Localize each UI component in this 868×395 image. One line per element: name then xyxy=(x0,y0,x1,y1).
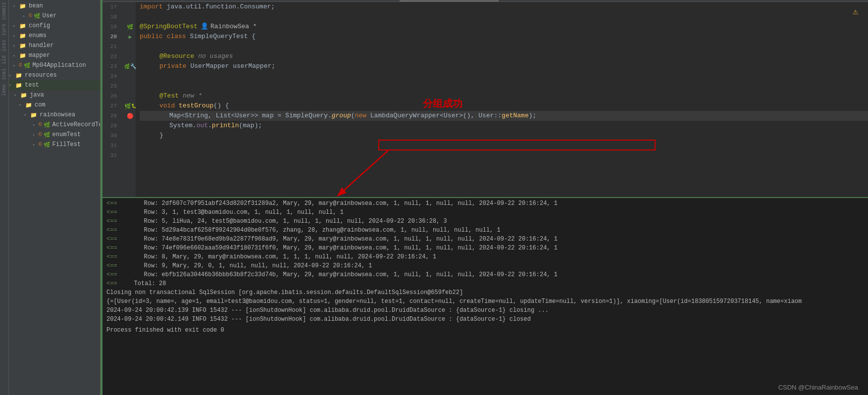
code-line-30: } xyxy=(140,131,868,141)
code-line-26: @Testnew * xyxy=(140,91,868,101)
label-config: config xyxy=(29,22,50,29)
label-commit[interactable]: commit xyxy=(1,2,7,20)
code-content[interactable]: 分组成功 import java.util.function.Consumer;… xyxy=(136,2,868,197)
label-com: com xyxy=(35,101,46,108)
gutter-31 xyxy=(125,141,136,150)
arrow-user: ▸ xyxy=(23,13,29,19)
tree-item-resources[interactable]: ▸ 📁 resources xyxy=(9,70,100,80)
java-icon-user: © xyxy=(29,13,32,19)
tree-item-config[interactable]: ▸ 📁 config xyxy=(9,21,100,31)
terminal-row-6: <== Row: 74ef096e6602aaa59d943f180731f6f… xyxy=(102,244,868,252)
gutter-29 xyxy=(125,121,136,131)
line-31: 31 xyxy=(102,141,121,150)
gutter-18 xyxy=(125,12,136,22)
code-line-17: import java.util.function.Consumer; xyxy=(140,2,868,12)
line-18: 18 xyxy=(102,12,121,22)
label-activerecord: ActiveRecordTest xyxy=(52,121,100,128)
arrow-test: ▾ xyxy=(9,83,15,88)
label-terminal[interactable]: inal xyxy=(1,68,7,80)
tree-item-rainbowsea[interactable]: ▾ 📁 rainbowsea xyxy=(9,110,100,120)
spring-icon-activerecord: 🌿 xyxy=(44,122,51,128)
terminal-closing: Closing non transactional SqlSession [or… xyxy=(102,288,868,297)
tree-item-bean[interactable]: ▾ 📁 bean xyxy=(9,1,100,11)
gutter-21 xyxy=(125,42,136,51)
label-build[interactable]: ild xyxy=(1,55,7,64)
gutter-27: 🌿🐛 xyxy=(125,101,136,111)
gutter-20[interactable]: ▶ xyxy=(125,32,136,42)
line-30: 30 xyxy=(102,131,121,141)
main-panel: ⚠ 17 18 19 20 21 22 23 24 25 26 27 28 29… xyxy=(102,0,868,395)
line-26: 26 xyxy=(102,91,121,101)
tree-item-filltest[interactable]: ▸ © 🌿 FillTest xyxy=(9,140,100,149)
arrow-mapper: ▸ xyxy=(13,53,19,58)
label-bean: bean xyxy=(29,2,43,9)
code-line-28: Map<String, List<User>> map = SimpleQuer… xyxy=(140,111,868,121)
tree-item-activerecord[interactable]: ▸ © 🌿 ActiveRecordTest xyxy=(9,120,100,130)
java-icon-mp04: © xyxy=(19,62,22,68)
label-filltest: FillTest xyxy=(52,141,81,148)
line-27: 27 xyxy=(102,101,121,111)
label-problems[interactable]: lems xyxy=(1,84,7,96)
folder-icon-handler: 📁 xyxy=(19,42,27,49)
terminal-row-7: <== Row: 8, Mary, 29, mary@rainbowsea.co… xyxy=(102,252,868,261)
terminal-row-4: <== Row: 5d29a4bcaf6258f99242904d0be0f57… xyxy=(102,226,868,235)
line-numbers: 17 18 19 20 21 22 23 24 25 26 27 28 29 3… xyxy=(102,2,125,197)
folder-icon-config: 📁 xyxy=(19,22,27,30)
spring-icon-mp04: 🌿 xyxy=(24,62,31,69)
tree-item-com[interactable]: ▾ 📁 com xyxy=(9,100,100,110)
code-line-23: private UserMapper userMapper; xyxy=(140,61,868,71)
arrow-bean: ▾ xyxy=(13,3,19,9)
code-line-29: System.out.println(map); xyxy=(140,121,868,131)
line-19: 19 xyxy=(102,22,121,32)
arrow-handler: ▸ xyxy=(13,43,19,49)
tree-item-user[interactable]: ▸ © 🌿 User xyxy=(9,11,100,21)
editor-wrapper: ⚠ 17 18 19 20 21 22 23 24 25 26 27 28 29… xyxy=(102,2,868,395)
terminal-row-2: <== Row: 3, 1, test3@baomidou.com, 1, nu… xyxy=(102,208,868,217)
gutter-28: 🔴 xyxy=(125,111,136,121)
line-25: 25 xyxy=(102,81,121,91)
tree-item-enums[interactable]: ▸ 📁 enums xyxy=(9,31,100,41)
label-services[interactable]: ices xyxy=(1,40,7,51)
terminal-row-5: <== Row: 74e8e7831f0e68ed9b9a22877f968ad… xyxy=(102,235,868,244)
terminal-row-9: <== Row: ebfb126a30446b36bbb63b8f2c33d74… xyxy=(102,270,868,279)
spring-icon-enumtest: 🌿 xyxy=(44,132,51,138)
java-icon-filltest: © xyxy=(39,142,42,148)
tree-item-enumtest[interactable]: ▸ © 🌿 enumTest xyxy=(9,130,100,140)
tree-item-mp04app[interactable]: ▸ © 🌿 Mp04Application xyxy=(9,60,100,70)
gutter-26 xyxy=(125,91,136,101)
gutter: 🌿 ▶ 🌿🔧 🌿🐛 🔴 xyxy=(125,2,136,197)
label-enumtest: enumTest xyxy=(52,131,81,138)
arrow-enums: ▸ xyxy=(13,33,19,39)
line-22: 22 xyxy=(102,51,121,61)
label-structure[interactable]: ture xyxy=(1,24,7,36)
code-line-22: @Resourceno usages xyxy=(140,51,868,61)
terminal-row-8: <== Row: 9, Mary, 29, 0, 1, null, null, … xyxy=(102,261,868,270)
code-editor[interactable]: 17 18 19 20 21 22 23 24 25 26 27 28 29 3… xyxy=(102,2,868,197)
java-icon-activerecord: © xyxy=(39,122,42,128)
label-java: java xyxy=(30,92,44,99)
label-user: User xyxy=(43,12,57,19)
arrow-com: ▾ xyxy=(19,102,25,108)
tree-item-mapper[interactable]: ▸ 📁 mapper xyxy=(9,50,100,60)
arrow-activerecord: ▸ xyxy=(33,122,39,128)
tree-item-java[interactable]: ▾ 📁 java xyxy=(9,90,100,100)
label-handler: handler xyxy=(29,42,53,49)
label-resources: resources xyxy=(25,72,57,79)
line-32: 32 xyxy=(102,150,121,160)
gutter-23: 🌿🔧 xyxy=(125,61,136,71)
folder-icon-java: 📁 xyxy=(20,91,28,99)
arrow-filltest: ▸ xyxy=(33,142,39,148)
line-24: 24 xyxy=(102,71,121,81)
terminal[interactable]: <== Row: 2df607c70f951abf243d8202f31289a… xyxy=(102,197,868,395)
tree-item-test[interactable]: ▾ 📁 test xyxy=(9,80,100,90)
label-mp04app: Mp04Application xyxy=(33,62,86,69)
terminal-finish: Process finished with exit code 0 xyxy=(102,326,868,335)
code-line-21 xyxy=(140,42,868,51)
tree-item-handler[interactable]: ▸ 📁 handler xyxy=(9,41,100,50)
arrow-rainbowsea: ▾ xyxy=(24,112,30,118)
gutter-32 xyxy=(125,150,136,160)
project-tree: ▾ 📁 bean ▸ © 🌿 User ▸ 📁 config ▸ 📁 enums… xyxy=(9,0,101,395)
spring-icon-filltest: 🌿 xyxy=(44,142,51,148)
code-line-20: public class SimpleQueryTest { xyxy=(140,32,868,42)
gutter-22 xyxy=(125,51,136,61)
